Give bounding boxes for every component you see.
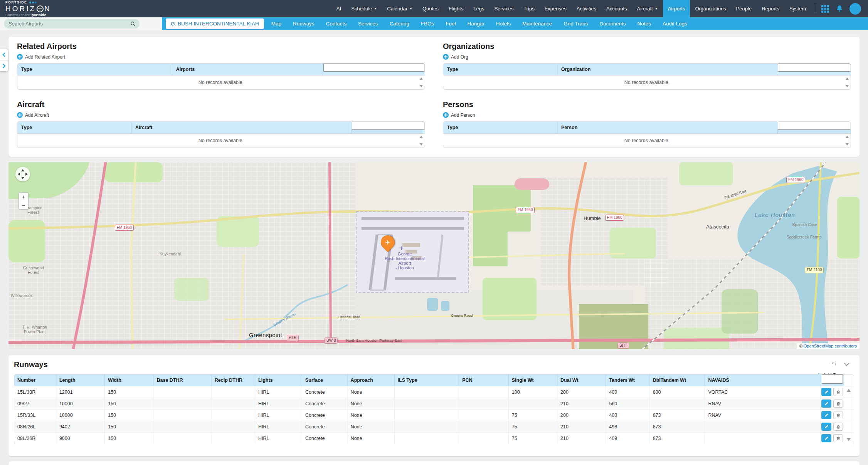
edit-runway-button[interactable] <box>821 423 831 431</box>
runway-cell: 210 <box>557 433 606 444</box>
tab-audit-logs[interactable]: Audit Logs <box>657 17 693 30</box>
runway-cell: 100 <box>509 386 557 398</box>
delete-runway-button[interactable] <box>833 423 843 431</box>
edit-runway-button[interactable] <box>821 400 831 408</box>
column-header-type: Type <box>17 64 172 75</box>
scroll-down-icon[interactable] <box>847 438 851 441</box>
delete-runway-button[interactable] <box>833 400 843 408</box>
scroll-down-icon[interactable] <box>420 143 423 146</box>
nav-trips[interactable]: Trips <box>518 0 539 17</box>
pan-up-icon[interactable] <box>21 169 24 171</box>
collapse-section-icon[interactable] <box>844 363 849 366</box>
collapse-left-button[interactable] <box>0 49 8 60</box>
panel-title: Aircraft <box>17 100 425 109</box>
table-header: Type Person <box>443 122 851 133</box>
delete-runway-button[interactable] <box>833 388 843 396</box>
airport-map[interactable]: FM 1960 FM 1960 FM 1960 FM 1960 FM 2100 … <box>8 162 860 349</box>
move-section-icon[interactable] <box>831 361 836 367</box>
add-aircraft-button[interactable]: Add Aircraft <box>17 112 49 118</box>
nav-schedule[interactable]: Schedule▼ <box>346 0 382 17</box>
edit-runway-button[interactable] <box>821 411 831 419</box>
nav-airports[interactable]: Airports <box>663 0 690 17</box>
nav-accounts[interactable]: Accounts <box>601 0 632 17</box>
scroll-up-icon[interactable] <box>846 77 849 80</box>
scroll-down-icon[interactable] <box>846 143 849 146</box>
pan-down-icon[interactable] <box>21 177 24 179</box>
tab-map[interactable]: Map <box>266 17 287 30</box>
nav-people[interactable]: People <box>731 0 757 17</box>
tab-fbos[interactable]: FBOs <box>415 17 440 30</box>
zoom-in-button[interactable]: + <box>19 193 28 201</box>
delete-runway-button[interactable] <box>833 411 843 419</box>
nav-quotes[interactable]: Quotes <box>417 0 444 17</box>
brand-horizon: HORIZN <box>5 5 121 12</box>
scroll-down-icon[interactable] <box>420 85 423 87</box>
aircraft-panel: Aircraft Add Aircraft Type Aircraft No r… <box>17 96 425 154</box>
runway-cell: 210 <box>557 421 606 432</box>
column-header-actions <box>777 64 851 75</box>
runway-cell: 150 <box>105 398 153 409</box>
pan-right-icon[interactable] <box>25 173 28 176</box>
edit-runway-button[interactable] <box>821 388 831 396</box>
search-icon[interactable] <box>130 21 136 27</box>
runway-cell: 08R/26L <box>14 421 56 432</box>
map-pan-control[interactable] <box>15 167 30 181</box>
scroll-up-icon[interactable] <box>420 136 423 138</box>
nav-system[interactable]: System <box>784 0 811 17</box>
runway-cell: Concrete <box>302 421 348 432</box>
tab-documents[interactable]: Documents <box>594 17 631 30</box>
bell-icon[interactable] <box>835 5 844 13</box>
tab-gnd-trans[interactable]: Gnd Trans <box>558 17 594 30</box>
tab-contacts[interactable]: Contacts <box>320 17 352 30</box>
nav-ai[interactable]: AI <box>331 0 346 17</box>
top-navbar: PORTSIDE HORIZN Current Tenant: portside… <box>0 0 868 17</box>
nav-flights[interactable]: Flights <box>444 0 468 17</box>
nav-aircraft[interactable]: Aircraft▼ <box>632 0 663 17</box>
navbar-icons <box>811 0 868 17</box>
tab-fuel[interactable]: Fuel <box>440 17 461 30</box>
plus-circle-icon <box>17 54 23 60</box>
scroll-down-icon[interactable] <box>846 85 849 87</box>
tab-maintenance[interactable]: Maintenance <box>516 17 558 30</box>
column-header-type: Type <box>17 122 131 133</box>
add-person-button[interactable]: Add Person <box>443 112 475 118</box>
pan-left-icon[interactable] <box>18 173 20 176</box>
tab-hangar[interactable]: Hangar <box>461 17 490 30</box>
apps-grid-icon[interactable] <box>821 5 829 13</box>
delete-runway-button[interactable] <box>833 434 843 442</box>
sub-navbar: G. BUSH INTERCONTINENTAL KIAH Map Runway… <box>0 17 868 30</box>
nav-activities[interactable]: Activities <box>572 0 601 17</box>
nav-reports[interactable]: Reports <box>757 0 784 17</box>
nav-services[interactable]: Services <box>489 0 518 17</box>
tab-airport-name[interactable]: G. BUSH INTERCONTINENTAL KIAH <box>166 18 264 29</box>
edit-runway-button[interactable] <box>821 434 831 442</box>
tab-runways[interactable]: Runways <box>287 17 320 30</box>
tab-services[interactable]: Services <box>352 17 384 30</box>
tab-hotels[interactable]: Hotels <box>490 17 516 30</box>
scroll-up-icon[interactable] <box>846 136 849 138</box>
persons-panel: Persons Add Person Type Person No record… <box>443 96 851 154</box>
nav-expenses[interactable]: Expenses <box>540 0 572 17</box>
scroll-up-icon[interactable] <box>420 77 423 80</box>
user-avatar[interactable] <box>849 3 861 15</box>
scroll-up-icon[interactable] <box>847 389 851 392</box>
runway-cell: 873 <box>650 410 705 421</box>
tab-catering[interactable]: Catering <box>384 17 415 30</box>
runway-cell <box>212 386 255 398</box>
nav-legs[interactable]: Legs <box>468 0 489 17</box>
column-header-type: Type <box>443 64 557 75</box>
panel-title: Persons <box>443 100 851 109</box>
tab-notes[interactable]: Notes <box>632 17 657 30</box>
search-input[interactable] <box>8 20 130 27</box>
zoom-out-button[interactable]: − <box>19 201 28 209</box>
expand-right-button[interactable] <box>0 60 8 71</box>
add-related-airport-button[interactable]: Add Related Airport <box>17 54 65 60</box>
runway-cell: Concrete <box>302 410 348 421</box>
col-actions <box>821 374 844 386</box>
add-org-button[interactable]: Add Org <box>443 54 468 60</box>
map-canvas[interactable] <box>8 162 860 349</box>
nav-organizations[interactable]: Organizations <box>690 0 731 17</box>
osm-attribution-link[interactable]: OpenStreetMap contributors <box>804 344 857 348</box>
trash-icon <box>836 425 841 429</box>
nav-calendar[interactable]: Calendar▼ <box>382 0 417 17</box>
